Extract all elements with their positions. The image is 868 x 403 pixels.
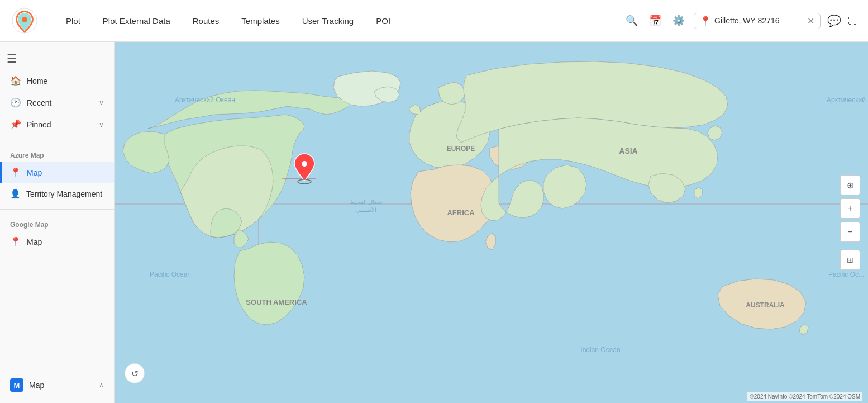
nav-right-controls: 🔍 📅 ⚙️ 📍 ✕ 💬 ⛶ xyxy=(623,12,857,29)
search-icon: 🔍 xyxy=(626,15,638,27)
recent-chevron-icon: ∨ xyxy=(99,99,104,107)
sidebar-bottom-map-label: Map xyxy=(29,381,44,390)
svg-text:AUSTRALIA: AUSTRALIA xyxy=(746,301,785,309)
settings-icon: ⚙️ xyxy=(673,15,685,27)
top-navigation: Plot Plot External Data Routes Templates… xyxy=(0,0,868,42)
refresh-button[interactable]: ↺ xyxy=(125,363,145,383)
compass-icon: ⊕ xyxy=(847,180,854,191)
pinned-chevron-icon: ∨ xyxy=(99,121,104,129)
refresh-icon: ↺ xyxy=(131,368,139,379)
nav-user-tracking[interactable]: User Tracking xyxy=(302,16,354,26)
zoom-out-icon: − xyxy=(847,227,852,237)
svg-text:Pacific Oc...: Pacific Oc... xyxy=(828,271,864,278)
hamburger-button[interactable]: ☰ xyxy=(7,52,17,65)
map-area[interactable]: Арктический Океан Pacific Ocean Indian O… xyxy=(115,42,868,403)
nav-templates[interactable]: Templates xyxy=(241,16,279,26)
territory-icon: 👤 xyxy=(10,189,21,199)
zoom-in-icon: + xyxy=(847,203,852,214)
recent-icon: 🕐 xyxy=(10,97,21,108)
sidebar-top: ☰ xyxy=(0,48,114,70)
compass-button[interactable]: ⊕ xyxy=(840,175,860,195)
sidebar-divider-3 xyxy=(0,368,114,368)
svg-text:Арктический: Арктический xyxy=(827,96,866,104)
google-map-section-label: Google Map xyxy=(0,214,114,231)
location-input-wrapper: 📍 ✕ xyxy=(694,13,821,29)
chat-button[interactable]: 💬 xyxy=(827,14,841,27)
hamburger-icon: ☰ xyxy=(7,53,17,65)
sidebar-bottom-map[interactable]: M Map ∧ xyxy=(0,373,114,397)
nav-plot-external[interactable]: Plot External Data xyxy=(103,16,170,26)
svg-text:Арктический Океан: Арктический Океан xyxy=(175,96,235,104)
world-map-svg: Арктический Океан Pacific Ocean Indian O… xyxy=(115,42,868,403)
nav-routes[interactable]: Routes xyxy=(193,16,220,26)
app-logo xyxy=(11,7,38,34)
svg-text:ASIA: ASIA xyxy=(619,146,637,155)
sidebar-home-label: Home xyxy=(27,77,104,86)
sidebar-azure-map-label: Map xyxy=(27,168,104,177)
chat-icon: 💬 xyxy=(827,15,841,27)
map-attribution: ©2024 NavInfo ©2024 TomTom ©2024 OSM xyxy=(747,392,862,401)
sidebar-pinned-label: Pinned xyxy=(27,120,93,129)
svg-text:شمال المحيط: شمال المحيط xyxy=(350,199,382,205)
nav-plot[interactable]: Plot xyxy=(66,16,80,26)
svg-point-1 xyxy=(22,17,27,22)
sidebar-item-home[interactable]: 🏠 Home xyxy=(0,70,114,92)
svg-text:EUROPE: EUROPE xyxy=(447,145,475,153)
sidebar-item-recent[interactable]: 🕐 Recent ∨ xyxy=(0,92,114,113)
sidebar: ☰ 🏠 Home 🕐 Recent ∨ 📌 Pinned ∨ Azure Map… xyxy=(0,42,115,403)
sidebar-territory-label: Territory Management xyxy=(26,189,104,198)
svg-text:SOUTH AMERICA: SOUTH AMERICA xyxy=(246,298,307,306)
settings-button[interactable]: ⚙️ xyxy=(670,12,687,29)
svg-text:Pacific Ocean: Pacific Ocean xyxy=(150,271,191,278)
sidebar-google-map-label: Map xyxy=(27,238,104,246)
bottom-map-chevron-icon: ∧ xyxy=(99,381,104,389)
nav-links: Plot Plot External Data Routes Templates… xyxy=(66,16,607,26)
expand-button[interactable]: ⛶ xyxy=(848,15,857,27)
azure-map-icon: 📍 xyxy=(10,167,21,178)
sidebar-divider-2 xyxy=(0,209,114,210)
google-map-icon: 📍 xyxy=(10,236,21,247)
calendar-button[interactable]: 📅 xyxy=(647,12,664,29)
nav-poi[interactable]: POI xyxy=(376,16,390,26)
layers-button[interactable]: ⊞ xyxy=(840,250,860,270)
azure-map-section-label: Azure Map xyxy=(0,145,114,162)
sidebar-divider-1 xyxy=(0,140,114,140)
svg-text:Indian Ocean: Indian Ocean xyxy=(580,346,620,354)
zoom-in-button[interactable]: + xyxy=(840,198,860,219)
map-mini-icon: M xyxy=(10,378,23,392)
expand-icon: ⛶ xyxy=(848,16,857,26)
sidebar-item-azure-map[interactable]: 📍 Map xyxy=(0,162,114,183)
sidebar-item-pinned[interactable]: 📌 Pinned ∨ xyxy=(0,113,114,135)
clear-location-button[interactable]: ✕ xyxy=(807,16,814,26)
svg-text:AFRICA: AFRICA xyxy=(447,208,475,217)
zoom-out-button[interactable]: − xyxy=(840,222,860,242)
search-button[interactable]: 🔍 xyxy=(623,12,640,29)
sidebar-recent-label: Recent xyxy=(27,98,93,107)
main-layout: ☰ 🏠 Home 🕐 Recent ∨ 📌 Pinned ∨ Azure Map… xyxy=(0,42,868,403)
svg-text:الأطلسي: الأطلسي xyxy=(356,207,376,213)
svg-point-18 xyxy=(302,161,307,167)
location-input[interactable] xyxy=(714,16,804,25)
layers-icon: ⊞ xyxy=(847,255,853,264)
pinned-icon: 📌 xyxy=(10,119,21,130)
map-controls: ⊕ + − ⊞ xyxy=(840,175,860,270)
calendar-icon: 📅 xyxy=(649,15,661,27)
sidebar-item-google-map[interactable]: 📍 Map xyxy=(0,231,114,253)
home-icon: 🏠 xyxy=(10,75,21,86)
sidebar-item-territory-management[interactable]: 👤 Territory Management xyxy=(0,183,114,205)
location-pin-icon: 📍 xyxy=(700,16,711,26)
logo-area xyxy=(11,7,38,34)
